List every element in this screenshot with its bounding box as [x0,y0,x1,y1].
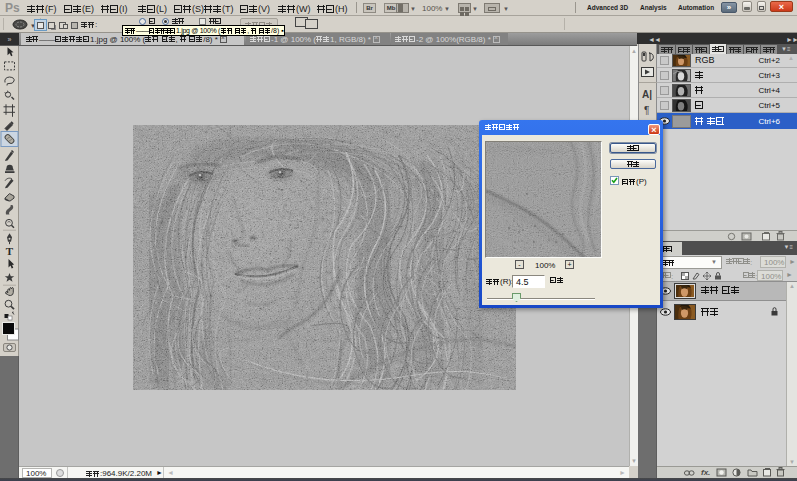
svg-text:T: T [6,245,14,257]
